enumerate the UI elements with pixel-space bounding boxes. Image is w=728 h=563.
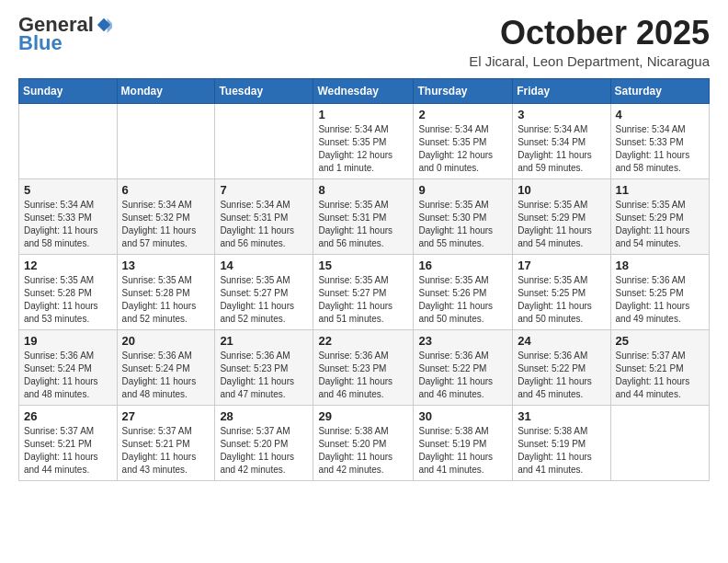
calendar-cell: 19Sunrise: 5:36 AM Sunset: 5:24 PM Dayli… <box>19 329 118 405</box>
logo-icon <box>96 17 112 33</box>
weekday-header-sunday: Sunday <box>19 78 118 103</box>
week-row-1: 1Sunrise: 5:34 AM Sunset: 5:35 PM Daylig… <box>19 103 710 178</box>
calendar-cell: 11Sunrise: 5:35 AM Sunset: 5:29 PM Dayli… <box>610 178 709 254</box>
cell-info: Sunrise: 5:35 AM Sunset: 5:25 PM Dayligh… <box>518 274 605 326</box>
location-title: El Jicaral, Leon Department, Nicaragua <box>469 53 710 69</box>
calendar-cell: 2Sunrise: 5:34 AM Sunset: 5:35 PM Daylig… <box>414 103 513 178</box>
calendar-cell: 29Sunrise: 5:38 AM Sunset: 5:20 PM Dayli… <box>313 405 414 480</box>
cell-day-number: 7 <box>220 183 308 197</box>
cell-day-number: 9 <box>418 183 507 197</box>
cell-info: Sunrise: 5:35 AM Sunset: 5:29 PM Dayligh… <box>616 199 704 250</box>
cell-info: Sunrise: 5:37 AM Sunset: 5:21 PM Dayligh… <box>122 425 210 477</box>
cell-day-number: 27 <box>122 409 210 423</box>
calendar-cell: 21Sunrise: 5:36 AM Sunset: 5:23 PM Dayli… <box>215 329 313 405</box>
cell-info: Sunrise: 5:36 AM Sunset: 5:24 PM Dayligh… <box>122 350 210 401</box>
calendar-cell <box>215 103 313 178</box>
cell-info: Sunrise: 5:36 AM Sunset: 5:23 PM Dayligh… <box>318 350 408 401</box>
weekday-header-saturday: Saturday <box>610 78 709 103</box>
calendar-cell: 20Sunrise: 5:36 AM Sunset: 5:24 PM Dayli… <box>117 329 215 405</box>
calendar-cell: 31Sunrise: 5:38 AM Sunset: 5:19 PM Dayli… <box>513 405 610 480</box>
calendar-cell <box>610 405 709 480</box>
cell-info: Sunrise: 5:34 AM Sunset: 5:33 PM Dayligh… <box>616 123 704 175</box>
calendar-cell: 30Sunrise: 5:38 AM Sunset: 5:19 PM Dayli… <box>414 405 513 480</box>
cell-info: Sunrise: 5:35 AM Sunset: 5:28 PM Dayligh… <box>24 274 112 326</box>
calendar-cell: 13Sunrise: 5:35 AM Sunset: 5:28 PM Dayli… <box>117 254 215 329</box>
cell-day-number: 18 <box>616 259 704 272</box>
cell-day-number: 8 <box>318 183 408 197</box>
cell-info: Sunrise: 5:38 AM Sunset: 5:19 PM Dayligh… <box>418 425 507 477</box>
weekday-header-thursday: Thursday <box>414 78 513 103</box>
cell-info: Sunrise: 5:37 AM Sunset: 5:20 PM Dayligh… <box>220 425 308 477</box>
calendar-cell: 5Sunrise: 5:34 AM Sunset: 5:33 PM Daylig… <box>19 178 118 254</box>
cell-day-number: 24 <box>518 334 605 348</box>
calendar-cell: 1Sunrise: 5:34 AM Sunset: 5:35 PM Daylig… <box>313 103 414 178</box>
cell-day-number: 28 <box>220 409 308 423</box>
cell-info: Sunrise: 5:35 AM Sunset: 5:30 PM Dayligh… <box>418 199 507 250</box>
cell-day-number: 17 <box>518 259 605 272</box>
calendar-cell: 12Sunrise: 5:35 AM Sunset: 5:28 PM Dayli… <box>19 254 118 329</box>
cell-day-number: 4 <box>616 108 704 121</box>
cell-info: Sunrise: 5:35 AM Sunset: 5:27 PM Dayligh… <box>220 274 308 326</box>
calendar-cell: 8Sunrise: 5:35 AM Sunset: 5:31 PM Daylig… <box>313 178 414 254</box>
cell-info: Sunrise: 5:36 AM Sunset: 5:23 PM Dayligh… <box>220 350 308 401</box>
weekday-header-friday: Friday <box>513 78 610 103</box>
week-row-2: 5Sunrise: 5:34 AM Sunset: 5:33 PM Daylig… <box>19 178 710 254</box>
cell-day-number: 30 <box>418 409 507 423</box>
calendar-cell <box>117 103 215 178</box>
weekday-header-wednesday: Wednesday <box>313 78 414 103</box>
calendar-cell: 28Sunrise: 5:37 AM Sunset: 5:20 PM Dayli… <box>215 405 313 480</box>
weekday-header-monday: Monday <box>117 78 215 103</box>
calendar-cell: 9Sunrise: 5:35 AM Sunset: 5:30 PM Daylig… <box>414 178 513 254</box>
cell-info: Sunrise: 5:36 AM Sunset: 5:25 PM Dayligh… <box>616 274 704 326</box>
cell-info: Sunrise: 5:37 AM Sunset: 5:21 PM Dayligh… <box>24 425 112 477</box>
calendar-cell: 3Sunrise: 5:34 AM Sunset: 5:34 PM Daylig… <box>513 103 610 178</box>
cell-info: Sunrise: 5:35 AM Sunset: 5:28 PM Dayligh… <box>122 274 210 326</box>
calendar-table: SundayMondayTuesdayWednesdayThursdayFrid… <box>18 78 710 481</box>
calendar-cell: 16Sunrise: 5:35 AM Sunset: 5:26 PM Dayli… <box>414 254 513 329</box>
cell-info: Sunrise: 5:36 AM Sunset: 5:22 PM Dayligh… <box>518 350 605 401</box>
week-row-5: 26Sunrise: 5:37 AM Sunset: 5:21 PM Dayli… <box>19 405 710 480</box>
cell-info: Sunrise: 5:36 AM Sunset: 5:24 PM Dayligh… <box>24 350 112 401</box>
cell-info: Sunrise: 5:38 AM Sunset: 5:20 PM Dayligh… <box>318 425 408 477</box>
cell-day-number: 16 <box>418 259 507 272</box>
cell-info: Sunrise: 5:34 AM Sunset: 5:31 PM Dayligh… <box>220 199 308 250</box>
title-area: October 2025 El Jicaral, Leon Department… <box>469 15 710 69</box>
logo-blue: Blue <box>18 31 63 55</box>
cell-day-number: 13 <box>122 259 210 272</box>
calendar-cell: 4Sunrise: 5:34 AM Sunset: 5:33 PM Daylig… <box>610 103 709 178</box>
cell-info: Sunrise: 5:34 AM Sunset: 5:33 PM Dayligh… <box>24 199 112 250</box>
cell-day-number: 25 <box>616 334 704 348</box>
cell-info: Sunrise: 5:34 AM Sunset: 5:34 PM Dayligh… <box>518 123 605 175</box>
calendar-cell: 6Sunrise: 5:34 AM Sunset: 5:32 PM Daylig… <box>117 178 215 254</box>
calendar-cell: 23Sunrise: 5:36 AM Sunset: 5:22 PM Dayli… <box>414 329 513 405</box>
calendar-cell: 14Sunrise: 5:35 AM Sunset: 5:27 PM Dayli… <box>215 254 313 329</box>
calendar-cell: 27Sunrise: 5:37 AM Sunset: 5:21 PM Dayli… <box>117 405 215 480</box>
cell-day-number: 23 <box>418 334 507 348</box>
cell-day-number: 29 <box>318 409 408 423</box>
weekday-header-row: SundayMondayTuesdayWednesdayThursdayFrid… <box>19 78 710 103</box>
cell-info: Sunrise: 5:35 AM Sunset: 5:26 PM Dayligh… <box>418 274 507 326</box>
cell-day-number: 19 <box>24 334 112 348</box>
calendar-cell: 18Sunrise: 5:36 AM Sunset: 5:25 PM Dayli… <box>610 254 709 329</box>
calendar-cell: 24Sunrise: 5:36 AM Sunset: 5:22 PM Dayli… <box>513 329 610 405</box>
header: General Blue October 2025 El Jicaral, Le… <box>18 15 710 69</box>
cell-info: Sunrise: 5:34 AM Sunset: 5:32 PM Dayligh… <box>122 199 210 250</box>
weekday-header-tuesday: Tuesday <box>215 78 313 103</box>
cell-day-number: 20 <box>122 334 210 348</box>
cell-day-number: 22 <box>318 334 408 348</box>
cell-day-number: 31 <box>518 409 605 423</box>
calendar-cell: 17Sunrise: 5:35 AM Sunset: 5:25 PM Dayli… <box>513 254 610 329</box>
cell-day-number: 6 <box>122 183 210 197</box>
cell-day-number: 14 <box>220 259 308 272</box>
month-title: October 2025 <box>469 15 710 52</box>
cell-info: Sunrise: 5:35 AM Sunset: 5:31 PM Dayligh… <box>318 199 408 250</box>
calendar-cell: 15Sunrise: 5:35 AM Sunset: 5:27 PM Dayli… <box>313 254 414 329</box>
cell-day-number: 5 <box>24 183 112 197</box>
calendar-cell: 25Sunrise: 5:37 AM Sunset: 5:21 PM Dayli… <box>610 329 709 405</box>
logo: General Blue <box>18 15 112 55</box>
cell-info: Sunrise: 5:38 AM Sunset: 5:19 PM Dayligh… <box>518 425 605 477</box>
cell-day-number: 10 <box>518 183 605 197</box>
calendar-cell: 7Sunrise: 5:34 AM Sunset: 5:31 PM Daylig… <box>215 178 313 254</box>
cell-info: Sunrise: 5:37 AM Sunset: 5:21 PM Dayligh… <box>616 350 704 401</box>
cell-day-number: 12 <box>24 259 112 272</box>
